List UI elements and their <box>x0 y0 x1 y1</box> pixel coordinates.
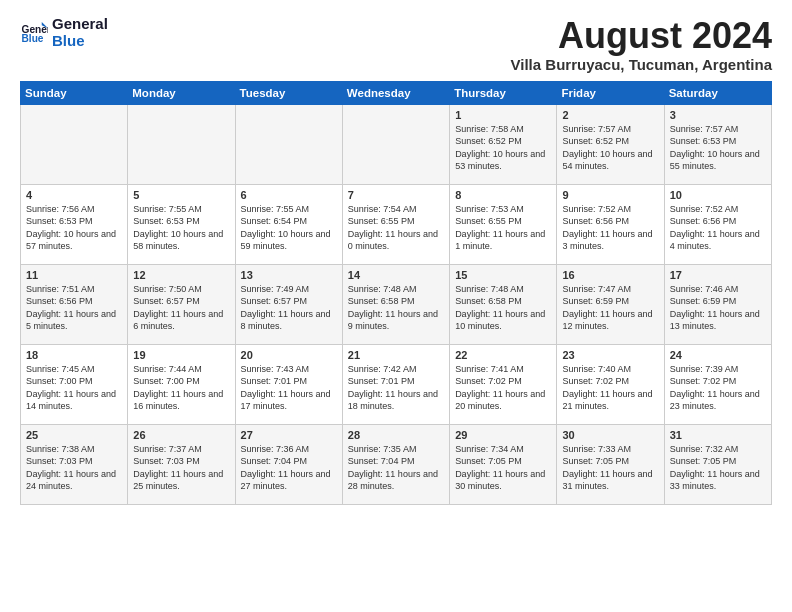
day-cell: 7 Sunrise: 7:54 AMSunset: 6:55 PMDayligh… <box>342 184 449 264</box>
day-cell: 6 Sunrise: 7:55 AMSunset: 6:54 PMDayligh… <box>235 184 342 264</box>
day-number: 14 <box>348 269 444 281</box>
weekday-header-monday: Monday <box>128 81 235 104</box>
logo: General Blue General Blue <box>20 16 108 49</box>
day-number: 18 <box>26 349 122 361</box>
day-info: Sunrise: 7:34 AMSunset: 7:05 PMDaylight:… <box>455 444 545 492</box>
day-info: Sunrise: 7:42 AMSunset: 7:01 PMDaylight:… <box>348 364 438 412</box>
day-cell: 28 Sunrise: 7:35 AMSunset: 7:04 PMDaylig… <box>342 424 449 504</box>
day-info: Sunrise: 7:39 AMSunset: 7:02 PMDaylight:… <box>670 364 760 412</box>
day-info: Sunrise: 7:44 AMSunset: 7:00 PMDaylight:… <box>133 364 223 412</box>
day-cell: 16 Sunrise: 7:47 AMSunset: 6:59 PMDaylig… <box>557 264 664 344</box>
day-info: Sunrise: 7:56 AMSunset: 6:53 PMDaylight:… <box>26 204 116 252</box>
day-number: 22 <box>455 349 551 361</box>
day-number: 7 <box>348 189 444 201</box>
day-info: Sunrise: 7:37 AMSunset: 7:03 PMDaylight:… <box>133 444 223 492</box>
subtitle: Villa Burruyacu, Tucuman, Argentina <box>511 56 772 73</box>
day-cell: 2 Sunrise: 7:57 AMSunset: 6:52 PMDayligh… <box>557 104 664 184</box>
week-row-2: 4 Sunrise: 7:56 AMSunset: 6:53 PMDayligh… <box>21 184 772 264</box>
day-number: 8 <box>455 189 551 201</box>
day-number: 16 <box>562 269 658 281</box>
day-number: 21 <box>348 349 444 361</box>
day-info: Sunrise: 7:38 AMSunset: 7:03 PMDaylight:… <box>26 444 116 492</box>
day-info: Sunrise: 7:50 AMSunset: 6:57 PMDaylight:… <box>133 284 223 332</box>
day-cell: 26 Sunrise: 7:37 AMSunset: 7:03 PMDaylig… <box>128 424 235 504</box>
day-info: Sunrise: 7:55 AMSunset: 6:54 PMDaylight:… <box>241 204 331 252</box>
day-number: 3 <box>670 109 766 121</box>
day-number: 30 <box>562 429 658 441</box>
day-number: 12 <box>133 269 229 281</box>
day-info: Sunrise: 7:41 AMSunset: 7:02 PMDaylight:… <box>455 364 545 412</box>
day-cell <box>235 104 342 184</box>
day-number: 26 <box>133 429 229 441</box>
week-row-5: 25 Sunrise: 7:38 AMSunset: 7:03 PMDaylig… <box>21 424 772 504</box>
logo-line1: General <box>52 16 108 33</box>
day-cell: 17 Sunrise: 7:46 AMSunset: 6:59 PMDaylig… <box>664 264 771 344</box>
day-info: Sunrise: 7:40 AMSunset: 7:02 PMDaylight:… <box>562 364 652 412</box>
page: General Blue General Blue August 2024 Vi… <box>0 0 792 612</box>
day-number: 10 <box>670 189 766 201</box>
day-number: 25 <box>26 429 122 441</box>
day-info: Sunrise: 7:52 AMSunset: 6:56 PMDaylight:… <box>670 204 760 252</box>
day-cell <box>21 104 128 184</box>
weekday-header-thursday: Thursday <box>450 81 557 104</box>
day-cell: 1 Sunrise: 7:58 AMSunset: 6:52 PMDayligh… <box>450 104 557 184</box>
logo-icon: General Blue <box>20 19 48 47</box>
day-number: 11 <box>26 269 122 281</box>
day-cell: 19 Sunrise: 7:44 AMSunset: 7:00 PMDaylig… <box>128 344 235 424</box>
day-cell: 14 Sunrise: 7:48 AMSunset: 6:58 PMDaylig… <box>342 264 449 344</box>
day-number: 2 <box>562 109 658 121</box>
day-info: Sunrise: 7:36 AMSunset: 7:04 PMDaylight:… <box>241 444 331 492</box>
day-info: Sunrise: 7:53 AMSunset: 6:55 PMDaylight:… <box>455 204 545 252</box>
day-cell: 10 Sunrise: 7:52 AMSunset: 6:56 PMDaylig… <box>664 184 771 264</box>
day-info: Sunrise: 7:48 AMSunset: 6:58 PMDaylight:… <box>455 284 545 332</box>
day-cell: 21 Sunrise: 7:42 AMSunset: 7:01 PMDaylig… <box>342 344 449 424</box>
day-cell: 8 Sunrise: 7:53 AMSunset: 6:55 PMDayligh… <box>450 184 557 264</box>
day-cell: 30 Sunrise: 7:33 AMSunset: 7:05 PMDaylig… <box>557 424 664 504</box>
day-info: Sunrise: 7:57 AMSunset: 6:52 PMDaylight:… <box>562 124 652 172</box>
day-cell: 29 Sunrise: 7:34 AMSunset: 7:05 PMDaylig… <box>450 424 557 504</box>
day-info: Sunrise: 7:55 AMSunset: 6:53 PMDaylight:… <box>133 204 223 252</box>
calendar-table: SundayMondayTuesdayWednesdayThursdayFrid… <box>20 81 772 505</box>
day-number: 15 <box>455 269 551 281</box>
day-number: 6 <box>241 189 337 201</box>
day-cell: 20 Sunrise: 7:43 AMSunset: 7:01 PMDaylig… <box>235 344 342 424</box>
day-number: 29 <box>455 429 551 441</box>
day-number: 23 <box>562 349 658 361</box>
day-cell: 24 Sunrise: 7:39 AMSunset: 7:02 PMDaylig… <box>664 344 771 424</box>
day-cell: 27 Sunrise: 7:36 AMSunset: 7:04 PMDaylig… <box>235 424 342 504</box>
week-row-1: 1 Sunrise: 7:58 AMSunset: 6:52 PMDayligh… <box>21 104 772 184</box>
weekday-header-sunday: Sunday <box>21 81 128 104</box>
logo-line2: Blue <box>52 33 108 50</box>
day-info: Sunrise: 7:51 AMSunset: 6:56 PMDaylight:… <box>26 284 116 332</box>
week-row-3: 11 Sunrise: 7:51 AMSunset: 6:56 PMDaylig… <box>21 264 772 344</box>
day-number: 13 <box>241 269 337 281</box>
day-number: 4 <box>26 189 122 201</box>
day-number: 20 <box>241 349 337 361</box>
day-info: Sunrise: 7:49 AMSunset: 6:57 PMDaylight:… <box>241 284 331 332</box>
weekday-header-wednesday: Wednesday <box>342 81 449 104</box>
week-row-4: 18 Sunrise: 7:45 AMSunset: 7:00 PMDaylig… <box>21 344 772 424</box>
day-number: 1 <box>455 109 551 121</box>
day-number: 5 <box>133 189 229 201</box>
day-cell: 23 Sunrise: 7:40 AMSunset: 7:02 PMDaylig… <box>557 344 664 424</box>
main-title: August 2024 <box>511 16 772 56</box>
day-info: Sunrise: 7:46 AMSunset: 6:59 PMDaylight:… <box>670 284 760 332</box>
day-info: Sunrise: 7:52 AMSunset: 6:56 PMDaylight:… <box>562 204 652 252</box>
day-cell: 9 Sunrise: 7:52 AMSunset: 6:56 PMDayligh… <box>557 184 664 264</box>
day-cell <box>128 104 235 184</box>
day-cell: 13 Sunrise: 7:49 AMSunset: 6:57 PMDaylig… <box>235 264 342 344</box>
day-number: 24 <box>670 349 766 361</box>
day-cell: 25 Sunrise: 7:38 AMSunset: 7:03 PMDaylig… <box>21 424 128 504</box>
day-info: Sunrise: 7:48 AMSunset: 6:58 PMDaylight:… <box>348 284 438 332</box>
svg-text:Blue: Blue <box>22 33 44 44</box>
day-info: Sunrise: 7:47 AMSunset: 6:59 PMDaylight:… <box>562 284 652 332</box>
day-number: 31 <box>670 429 766 441</box>
day-info: Sunrise: 7:54 AMSunset: 6:55 PMDaylight:… <box>348 204 438 252</box>
day-number: 19 <box>133 349 229 361</box>
day-cell: 31 Sunrise: 7:32 AMSunset: 7:05 PMDaylig… <box>664 424 771 504</box>
day-info: Sunrise: 7:32 AMSunset: 7:05 PMDaylight:… <box>670 444 760 492</box>
day-number: 9 <box>562 189 658 201</box>
weekday-header-saturday: Saturday <box>664 81 771 104</box>
title-block: August 2024 Villa Burruyacu, Tucuman, Ar… <box>511 16 772 73</box>
day-cell: 11 Sunrise: 7:51 AMSunset: 6:56 PMDaylig… <box>21 264 128 344</box>
